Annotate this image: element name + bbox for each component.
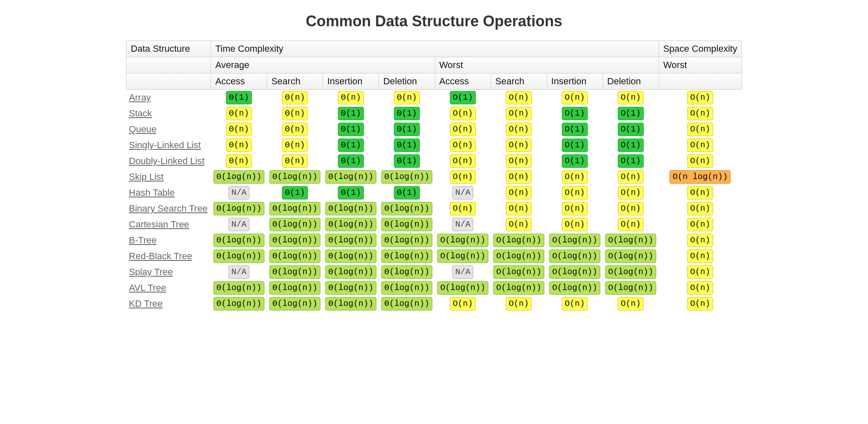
complexity-badge: O(n)	[506, 107, 532, 120]
complexity-badge: O(n)	[687, 123, 713, 136]
complexity-badge: O(log(n))	[493, 250, 544, 263]
complexity-badge: Θ(log(n))	[269, 170, 320, 184]
header-op-deletion-avg: Deletion	[379, 73, 435, 90]
complexity-badge: O(n)	[506, 91, 532, 104]
complexity-badge: O(n)	[506, 170, 532, 184]
complexity-badge: O(n)	[618, 91, 644, 104]
complexity-badge: Θ(log(n))	[381, 297, 432, 310]
complexity-badge: O(n)	[687, 234, 713, 247]
table-row: Hash TableN/AΘ(1)Θ(1)Θ(1)N/AO(n)O(n)O(n)…	[127, 185, 742, 201]
complexity-badge: Θ(log(n))	[269, 234, 320, 247]
complexity-badge: Θ(1)	[338, 154, 364, 168]
complexity-badge: O(1)	[618, 107, 644, 120]
table-row: Splay TreeN/AΘ(log(n))Θ(log(n))Θ(log(n))…	[127, 264, 742, 280]
complexity-badge: O(n)	[506, 218, 532, 231]
complexity-badge: O(n)	[506, 154, 532, 168]
complexity-badge: Θ(1)	[394, 139, 420, 152]
table-row: Cartesian TreeN/AΘ(log(n))Θ(log(n))Θ(log…	[127, 217, 742, 232]
complexity-badge: Θ(n)	[282, 107, 308, 120]
complexity-badge: Θ(1)	[226, 91, 252, 104]
table-row: Red-Black TreeΘ(log(n))Θ(log(n))Θ(log(n)…	[127, 248, 742, 264]
complexity-badge: Θ(1)	[394, 123, 420, 136]
complexity-badge: O(1)	[618, 139, 644, 152]
header-data-structure: Data Structure	[127, 41, 211, 57]
complexity-badge: O(log(n))	[549, 250, 600, 263]
data-structure-link[interactable]: Splay Tree	[129, 267, 173, 277]
complexity-badge: Θ(n)	[226, 154, 252, 168]
complexity-badge: O(n)	[506, 123, 532, 136]
complexity-badge: O(log(n))	[493, 234, 544, 247]
complexity-badge: O(log(n))	[549, 234, 600, 247]
header-op-access-worst: Access	[435, 73, 491, 90]
complexity-badge: Θ(log(n))	[325, 265, 376, 279]
data-structure-link[interactable]: Cartesian Tree	[129, 219, 189, 230]
data-structure-link[interactable]: Skip List	[129, 172, 164, 182]
complexity-badge: O(n)	[562, 297, 588, 310]
complexity-badge: Θ(n)	[282, 154, 308, 168]
complexity-badge: O(n)	[562, 218, 588, 231]
complexity-badge: O(log(n))	[605, 281, 656, 295]
complexity-badge: Θ(1)	[282, 186, 308, 199]
complexity-badge: Θ(log(n))	[213, 297, 264, 310]
complexity-badge: Θ(log(n))	[213, 281, 264, 295]
data-structure-link[interactable]: Red-Black Tree	[129, 251, 193, 261]
complexity-badge: O(log(n))	[549, 281, 600, 295]
complexity-badge: N/A	[452, 186, 473, 199]
complexity-badge: O(log(n))	[605, 265, 656, 279]
data-structure-link[interactable]: B-Tree	[129, 235, 157, 245]
complexity-badge: O(log(n))	[493, 265, 544, 279]
data-structure-link[interactable]: Queue	[129, 124, 157, 134]
complexity-badge: Θ(1)	[338, 139, 364, 152]
complexity-badge: O(n)	[562, 202, 588, 215]
complexity-badge: O(n)	[562, 91, 588, 104]
complexity-badge: Θ(n)	[282, 139, 308, 152]
complexity-badge: O(n)	[687, 107, 713, 120]
complexity-badge: O(n)	[687, 265, 713, 279]
complexity-badge: Θ(log(n))	[325, 170, 376, 184]
data-structure-link[interactable]: Stack	[129, 108, 152, 119]
header-op-insertion-avg: Insertion	[323, 73, 379, 90]
complexity-badge: Θ(log(n))	[381, 234, 432, 247]
table-row: AVL TreeΘ(log(n))Θ(log(n))Θ(log(n))Θ(log…	[127, 280, 742, 296]
data-structure-link[interactable]: KD Tree	[129, 298, 163, 309]
complexity-badge: N/A	[452, 218, 473, 231]
header-blank	[659, 73, 741, 90]
complexity-badge: O(1)	[618, 154, 644, 168]
complexity-badge: Θ(log(n))	[381, 281, 432, 295]
complexity-badge: O(log(n))	[605, 234, 656, 247]
complexity-badge: O(n)	[687, 281, 713, 295]
data-structure-link[interactable]: Binary Search Tree	[129, 203, 208, 214]
data-structure-link[interactable]: Hash Table	[129, 187, 175, 198]
table-row: B-TreeΘ(log(n))Θ(log(n))Θ(log(n))Θ(log(n…	[127, 232, 742, 248]
complexity-badge: Θ(log(n))	[381, 265, 432, 279]
data-structure-link[interactable]: Array	[129, 92, 151, 103]
complexity-badge: Θ(log(n))	[269, 265, 320, 279]
table-row: ArrayΘ(1)Θ(n)Θ(n)Θ(n)O(1)O(n)O(n)O(n)O(n…	[127, 90, 742, 106]
table-row: Doubly-Linked ListΘ(n)Θ(n)Θ(1)Θ(1)O(n)O(…	[127, 153, 742, 169]
data-structure-link[interactable]: AVL Tree	[129, 283, 166, 293]
data-structure-link[interactable]: Singly-Linked List	[129, 140, 201, 150]
complexity-badge: O(n)	[450, 107, 476, 120]
complexity-badge: Θ(log(n))	[325, 218, 376, 231]
complexity-badge: O(n)	[687, 218, 713, 231]
complexity-badge: O(n log(n))	[670, 170, 731, 184]
complexity-badge: Θ(log(n))	[381, 218, 432, 231]
complexity-badge: O(n)	[687, 186, 713, 199]
complexity-badge: O(n)	[687, 202, 713, 215]
complexity-badge: O(1)	[562, 139, 588, 152]
complexity-badge: O(n)	[562, 186, 588, 199]
header-blank	[127, 73, 211, 90]
complexity-badge: Θ(log(n))	[381, 170, 432, 184]
complexity-badge: O(n)	[687, 139, 713, 152]
complexity-badge: O(log(n))	[437, 234, 488, 247]
complexity-badge: N/A	[228, 265, 249, 279]
header-blank	[127, 57, 211, 73]
complexity-badge: O(log(n))	[605, 250, 656, 263]
header-op-search-worst: Search	[491, 73, 547, 90]
complexity-badge: Θ(n)	[226, 139, 252, 152]
header-op-insertion-worst: Insertion	[547, 73, 603, 90]
complexity-badge: Θ(log(n))	[325, 234, 376, 247]
complexity-badge: Θ(n)	[282, 123, 308, 136]
complexity-badge: O(1)	[562, 154, 588, 168]
data-structure-link[interactable]: Doubly-Linked List	[129, 156, 205, 166]
